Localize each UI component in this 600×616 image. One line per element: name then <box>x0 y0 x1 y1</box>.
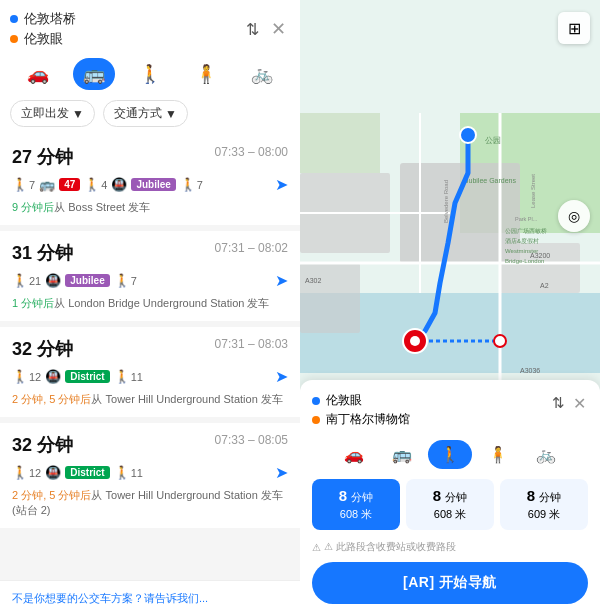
route-option-2[interactable]: 8 分钟 608 米 <box>406 479 494 530</box>
route-option-3[interactable]: 8 分钟 609 米 <box>500 479 588 530</box>
route-segments-4: 🚶12 🚇 District 🚶11 ➤ <box>12 463 288 482</box>
ar-navigate-button[interactable]: [AR] 开始导航 <box>312 562 588 604</box>
filter-depart[interactable]: 立即出发 ▼ <box>10 100 95 127</box>
toll-notice: ⚠ ⚠ 此路段含收费站或收费路段 <box>312 540 588 554</box>
route-segments-3: 🚶12 🚇 District 🚶11 ➤ <box>12 367 288 386</box>
route-card-4[interactable]: 32 分钟 07:33 – 08:05 🚶12 🚇 District 🚶11 ➤… <box>0 423 300 528</box>
svg-point-27 <box>494 335 506 347</box>
svg-text:Lease Street: Lease Street <box>530 174 536 208</box>
route-header-1: 27 分钟 07:33 – 08:00 <box>12 145 288 169</box>
route-info-2: 1 分钟后从 London Bridge Underground Station… <box>12 296 288 311</box>
destination-text: 伦敦眼 <box>24 30 63 48</box>
nav-icon-3[interactable]: ➤ <box>275 367 288 386</box>
route-header-4: 32 分钟 07:33 – 08:05 <box>12 433 288 457</box>
bottom-hint[interactable]: 不是你想要的公交车方案？请告诉我们... <box>0 580 300 616</box>
tube-icon-2: 🚇 <box>45 273 61 288</box>
route-info-4: 2 分钟, 5 分钟后从 Tower Hill Underground Stat… <box>12 488 288 518</box>
mode-walk[interactable]: 🚶 <box>129 58 171 90</box>
route-option-2-time: 8 分钟 <box>414 487 486 505</box>
search-locations: 伦敦塔桥 伦敦眼 <box>10 10 238 48</box>
route-duration-3: 32 分钟 <box>12 337 73 361</box>
filter-mode[interactable]: 交通方式 ▼ <box>103 100 188 127</box>
walk-icon-9: 🚶11 <box>114 465 143 480</box>
route-header-2: 31 分钟 07:31 – 08:02 <box>12 241 288 265</box>
overlay-close-button[interactable]: ✕ <box>571 392 588 415</box>
swap-button[interactable]: ⇅ <box>238 15 266 43</box>
route-segments-2: 🚶21 🚇 Jubilee 🚶7 ➤ <box>12 271 288 290</box>
route-card-2[interactable]: 31 分钟 07:31 – 08:02 🚶21 🚇 Jubilee 🚶7 ➤ 1… <box>0 231 300 321</box>
tube-badge-3: District <box>65 370 109 383</box>
search-header: 伦敦塔桥 伦敦眼 ⇅ ✕ <box>0 0 300 52</box>
overlay-locs: 伦敦眼 南丁格尔博物馆 <box>312 392 550 430</box>
walk-icon-2: 🚶4 <box>84 177 107 192</box>
tube-badge-2: Jubilee <box>65 274 109 287</box>
svg-text:Belvedere Road: Belvedere Road <box>443 180 449 223</box>
mode-transit[interactable]: 🚌 <box>73 58 115 90</box>
route-option-2-dist: 608 米 <box>414 507 486 522</box>
nav-icon-1[interactable]: ➤ <box>275 175 288 194</box>
walk-icon-3: 🚶7 <box>180 177 203 192</box>
bus-badge-1: 47 <box>59 178 80 191</box>
overlay-origin-dot <box>312 397 320 405</box>
mode-hike[interactable]: 🧍 <box>185 58 227 90</box>
overlay-tab-hike[interactable]: 🧍 <box>476 440 520 469</box>
route-time-range-2: 07:31 – 08:02 <box>215 241 288 255</box>
tube-icon-3: 🚇 <box>45 369 61 384</box>
svg-text:Park Pl...: Park Pl... <box>515 216 538 222</box>
svg-rect-2 <box>300 113 380 173</box>
svg-point-24 <box>460 127 476 143</box>
left-panel: 伦敦塔桥 伦敦眼 ⇅ ✕ 🚗 🚌 🚶 🧍 🚲 立即出发 ▼ 交通方式 ▼ <box>0 0 300 616</box>
walk-icon-1: 🚶7 <box>12 177 35 192</box>
routes-list: 27 分钟 07:33 – 08:00 🚶7 🚌 47 🚶4 🚇 Jubilee… <box>0 135 300 580</box>
route-options: 8 分钟 608 米 8 分钟 608 米 8 分钟 609 米 <box>312 479 588 530</box>
map-layers-button[interactable]: ⊞ <box>558 12 590 44</box>
map-location-button[interactable]: ◎ <box>558 200 590 232</box>
filter-row: 立即出发 ▼ 交通方式 ▼ <box>0 96 300 135</box>
tube-badge-1: Jubilee <box>131 178 175 191</box>
overlay-header: 伦敦眼 南丁格尔博物馆 ⇅ ✕ <box>312 392 588 430</box>
svg-point-26 <box>410 336 420 346</box>
svg-text:A302: A302 <box>305 277 321 284</box>
route-info-1: 9 分钟后从 Boss Street 发车 <box>12 200 288 215</box>
nav-icon-4[interactable]: ➤ <box>275 463 288 482</box>
walk-icon-8: 🚶12 <box>12 465 41 480</box>
map-background: A3200 A302 A3036 A2 公园 Jubilee Gardens 公… <box>300 0 600 616</box>
svg-text:公园广场西敏桥: 公园广场西敏桥 <box>505 227 547 234</box>
route-time-range-1: 07:33 – 08:00 <box>215 145 288 159</box>
mode-drive[interactable]: 🚗 <box>17 58 59 90</box>
overlay-tab-transit[interactable]: 🚌 <box>380 440 424 469</box>
origin-row: 伦敦塔桥 <box>10 10 238 28</box>
route-option-1-dist: 608 米 <box>320 507 392 522</box>
close-button[interactable]: ✕ <box>266 17 290 41</box>
nav-icon-2[interactable]: ➤ <box>275 271 288 290</box>
overlay-tab-walk[interactable]: 🚶 <box>428 440 472 469</box>
overlay-dest-text: 南丁格尔博物馆 <box>326 411 410 428</box>
route-duration-1: 27 分钟 <box>12 145 73 169</box>
overlay-dest: 南丁格尔博物馆 <box>312 411 550 428</box>
svg-text:Jubilee Gardens: Jubilee Gardens <box>465 177 516 184</box>
search-row: 伦敦塔桥 伦敦眼 ⇅ ✕ <box>10 10 290 48</box>
overlay-tab-bike[interactable]: 🚲 <box>524 440 568 469</box>
route-overlay: 伦敦眼 南丁格尔博物馆 ⇅ ✕ 🚗 🚌 🚶 🧍 🚲 <box>300 380 600 616</box>
route-option-1[interactable]: 8 分钟 608 米 <box>312 479 400 530</box>
overlay-swap-button[interactable]: ⇅ <box>550 392 567 414</box>
origin-text: 伦敦塔桥 <box>24 10 76 28</box>
tube-icon-1: 🚇 <box>111 177 127 192</box>
destination-dot <box>10 35 18 43</box>
route-duration-2: 31 分钟 <box>12 241 73 265</box>
right-panel: A3200 A302 A3036 A2 公园 Jubilee Gardens 公… <box>300 0 600 616</box>
overlay-tab-drive[interactable]: 🚗 <box>332 440 376 469</box>
mode-bike[interactable]: 🚲 <box>241 58 283 90</box>
route-card-1[interactable]: 27 分钟 07:33 – 08:00 🚶7 🚌 47 🚶4 🚇 Jubilee… <box>0 135 300 225</box>
route-info-3: 2 分钟, 5 分钟后从 Tower Hill Underground Stat… <box>12 392 288 407</box>
overlay-origin-text: 伦敦眼 <box>326 392 362 409</box>
origin-dot <box>10 15 18 23</box>
svg-text:Westminster: Westminster <box>505 248 538 254</box>
route-option-1-time: 8 分钟 <box>320 487 392 505</box>
route-card-3[interactable]: 32 分钟 07:31 – 08:03 🚶12 🚇 District 🚶11 ➤… <box>0 327 300 417</box>
route-option-3-time: 8 分钟 <box>508 487 580 505</box>
route-duration-4: 32 分钟 <box>12 433 73 457</box>
route-option-3-dist: 609 米 <box>508 507 580 522</box>
svg-rect-5 <box>300 263 360 333</box>
tube-badge-4: District <box>65 466 109 479</box>
